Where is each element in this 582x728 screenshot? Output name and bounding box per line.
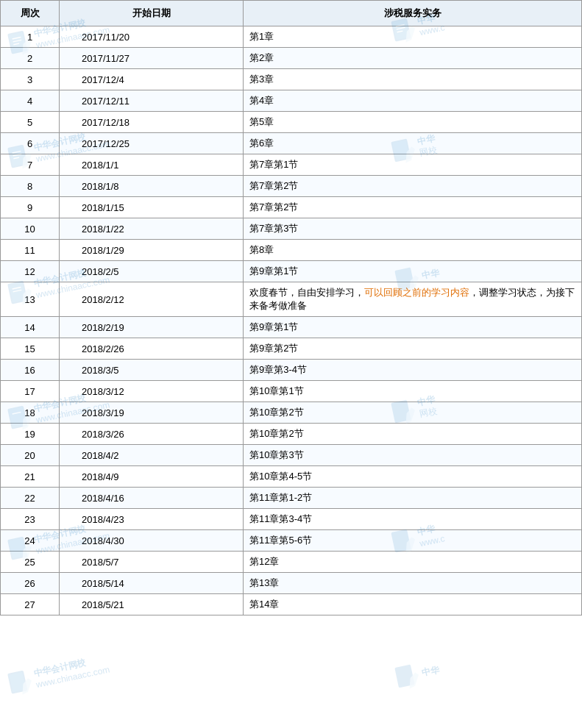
col-week: 周次	[1, 1, 60, 26]
svg-rect-29	[7, 671, 27, 694]
cell-content: 第10章第1节	[244, 381, 582, 402]
cell-date: 2018/5/14	[60, 573, 244, 594]
cell-date: 2018/4/9	[60, 466, 244, 488]
table-row: 132018/2/12欢度春节，自由安排学习，可以回顾之前的学习内容，调整学习状…	[1, 282, 582, 317]
cell-date: 2018/1/22	[60, 218, 244, 240]
cell-content: 第9章第2节	[244, 338, 582, 360]
cell-date: 2018/5/7	[60, 552, 244, 573]
cell-content: 第2章	[244, 48, 582, 69]
cell-content: 第13章	[244, 573, 582, 594]
table-row: 202018/4/2第10章第3节	[1, 445, 582, 466]
table-row: 152018/2/26第9章第2节	[1, 338, 582, 360]
cell-date: 2018/3/26	[60, 424, 244, 445]
cell-week: 13	[1, 282, 60, 317]
cell-content: 第11章第3-4节	[244, 509, 582, 530]
cell-week: 18	[1, 402, 60, 424]
cell-content: 第11章第1-2节	[244, 488, 582, 509]
cell-date: 2017/12/11	[60, 90, 244, 112]
table-row: 182018/3/19第10章第2节	[1, 402, 582, 424]
cell-content: 第3章	[244, 69, 582, 90]
cell-week: 5	[1, 112, 60, 133]
table-row: 212018/4/9第10章第4-5节	[1, 466, 582, 488]
cell-content: 第11章第5-6节	[244, 530, 582, 552]
table-row: 82018/1/8第7章第2节	[1, 176, 582, 197]
svg-rect-31	[394, 664, 414, 688]
table-header-row: 周次 开始日期 涉税服务实务	[1, 1, 582, 26]
cell-content: 第6章	[244, 133, 582, 154]
cell-week: 3	[1, 69, 60, 90]
table-row: 232018/4/23第11章第3-4节	[1, 509, 582, 530]
table-row: 22017/11/27第2章	[1, 48, 582, 69]
cell-week: 24	[1, 530, 60, 552]
cell-content: 第5章	[244, 112, 582, 133]
cell-week: 7	[1, 154, 60, 176]
cell-content: 第1章	[244, 26, 582, 48]
schedule-table: 周次 开始日期 涉税服务实务 12017/11/20第1章22017/11/27…	[0, 0, 582, 615]
cell-week: 8	[1, 176, 60, 197]
cell-content: 第7章第1节	[244, 154, 582, 176]
cell-date: 2018/1/29	[60, 240, 244, 261]
cell-content: 欢度春节，自由安排学习，可以回顾之前的学习内容，调整学习状态，为接下来备考做准备	[244, 282, 582, 317]
cell-content: 第9章第3-4节	[244, 360, 582, 381]
table-row: 32017/12/4第3章	[1, 69, 582, 90]
cell-week: 17	[1, 381, 60, 402]
cell-date: 2018/1/8	[60, 176, 244, 197]
cell-date: 2018/4/30	[60, 530, 244, 552]
table-row: 92018/1/15第7章第2节	[1, 197, 582, 218]
table-row: 272018/5/21第14章	[1, 594, 582, 615]
cell-week: 11	[1, 240, 60, 261]
cell-week: 1	[1, 26, 60, 48]
cell-content: 第10章第4-5节	[244, 466, 582, 488]
cell-week: 16	[1, 360, 60, 381]
table-row: 62017/12/25第6章	[1, 133, 582, 154]
cell-content: 第4章	[244, 90, 582, 112]
cell-content: 第14章	[244, 594, 582, 615]
cell-week: 21	[1, 466, 60, 488]
table-row: 222018/4/16第11章第1-2节	[1, 488, 582, 509]
cell-week: 4	[1, 90, 60, 112]
cell-week: 2	[1, 48, 60, 69]
cell-content: 第7章第2节	[244, 197, 582, 218]
cell-date: 2017/12/18	[60, 112, 244, 133]
cell-date: 2018/3/5	[60, 360, 244, 381]
cell-week: 26	[1, 573, 60, 594]
table-row: 242018/4/30第11章第5-6节	[1, 530, 582, 552]
table-row: 192018/3/26第10章第2节	[1, 424, 582, 445]
cell-content: 第10章第3节	[244, 445, 582, 466]
cell-week: 22	[1, 488, 60, 509]
cell-date: 2017/12/4	[60, 69, 244, 90]
table-row: 72018/1/1第7章第1节	[1, 154, 582, 176]
cell-content: 第9章第1节	[244, 317, 582, 338]
cell-date: 2018/2/19	[60, 317, 244, 338]
cell-date: 2018/4/2	[60, 445, 244, 466]
cell-content: 第7章第2节	[244, 176, 582, 197]
cell-content: 第8章	[244, 240, 582, 261]
table-row: 172018/3/12第10章第1节	[1, 381, 582, 402]
cell-date: 2017/12/25	[60, 133, 244, 154]
table-row: 122018/2/5第9章第1节	[1, 261, 582, 282]
table-row: 52017/12/18第5章	[1, 112, 582, 133]
table-row: 42017/12/11第4章	[1, 90, 582, 112]
table-container: 周次 开始日期 涉税服务实务 12017/11/20第1章22017/11/27…	[0, 0, 582, 615]
table-row: 262018/5/14第13章	[1, 573, 582, 594]
cell-date: 2018/3/12	[60, 381, 244, 402]
table-row: 252018/5/7第12章	[1, 552, 582, 573]
cell-date: 2018/2/26	[60, 338, 244, 360]
col-date: 开始日期	[60, 1, 244, 26]
cell-week: 23	[1, 509, 60, 530]
cell-week: 15	[1, 338, 60, 360]
cell-week: 10	[1, 218, 60, 240]
cell-date: 2018/5/21	[60, 594, 244, 615]
table-row: 142018/2/19第9章第1节	[1, 317, 582, 338]
cell-week: 9	[1, 197, 60, 218]
cell-date: 2018/1/15	[60, 197, 244, 218]
cell-date: 2018/2/12	[60, 282, 244, 317]
cell-week: 6	[1, 133, 60, 154]
cell-content: 第12章	[244, 552, 582, 573]
cell-date: 2018/1/1	[60, 154, 244, 176]
cell-week: 12	[1, 261, 60, 282]
table-row: 102018/1/22第7章第3节	[1, 218, 582, 240]
cell-date: 2017/11/27	[60, 48, 244, 69]
cell-week: 27	[1, 594, 60, 615]
cell-week: 20	[1, 445, 60, 466]
